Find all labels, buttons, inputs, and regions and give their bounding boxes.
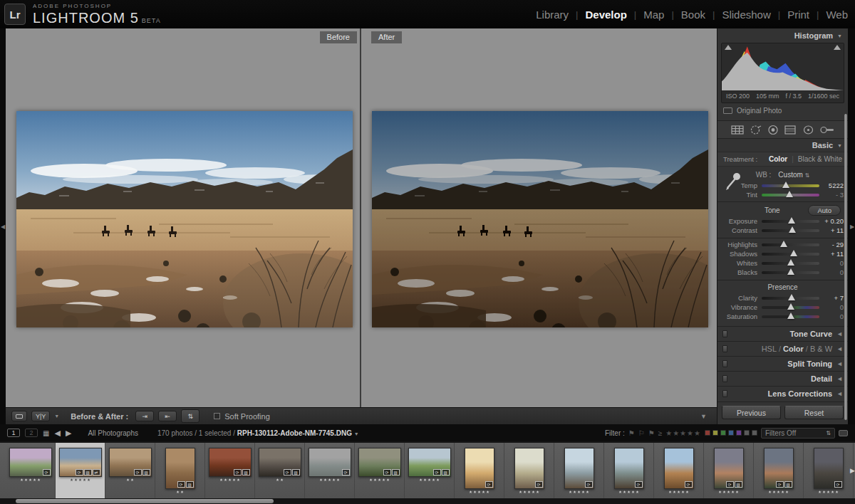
thumbnail-badge-icon[interactable]: ⟳ [726,481,734,488]
filmstrip-thumb-15[interactable]: ⟳▨ [704,443,754,498]
thumbnail-badge-icon[interactable]: ⟳ [383,469,391,476]
copy-after-to-before-button[interactable]: ⇤ [158,411,177,421]
thumbnail-badge-icon[interactable]: ▨ [84,469,92,476]
after-photo[interactable] [372,111,708,327]
thumbnail-badge-icon[interactable]: ⟳ [834,481,842,488]
view-mode-caret-icon[interactable]: ▼ [54,414,59,419]
histogram-plot[interactable] [722,43,844,90]
rating-operator[interactable]: ≥ [658,429,663,437]
panel-toggle-switch[interactable] [722,375,727,382]
panel-toggle-switch[interactable] [722,330,727,337]
slider-thumb[interactable] [789,226,796,233]
slider-thumb[interactable] [787,268,794,275]
red-eye-correction-icon[interactable] [767,125,779,135]
right-panel-collapse-strip[interactable]: ▶ [849,28,855,424]
color-label-swatch-0[interactable] [705,430,710,436]
module-tab-library[interactable]: Library [536,9,569,21]
original-photo-row[interactable]: Original Photo [717,103,848,117]
slider-track-vibrance[interactable] [762,306,819,309]
thumbnail-star-rating[interactable] [276,478,284,481]
module-tab-print[interactable]: Print [787,9,809,21]
adjustment-brush-icon[interactable] [819,125,835,135]
thumbnail-star-rating[interactable] [470,490,489,493]
thumbnail-star-rating[interactable] [420,478,440,481]
wb-preset-select[interactable]: Custom ⇅ [778,171,809,179]
thumbnail-star-rating[interactable] [220,478,240,481]
slider-track-highlights[interactable] [762,243,819,246]
panel-toggle-switch[interactable] [722,360,727,367]
swap-before-after-button[interactable]: ⇅ [181,409,200,423]
copy-before-to-after-button[interactable]: ⇥ [135,411,154,421]
right-panel-scrollbar[interactable] [844,114,847,420]
filmstrip-thumb-2[interactable]: ⟳▨⇄ [56,443,105,498]
thumbnail-badge-icon[interactable]: ⟳ [685,481,693,488]
auto-tone-button[interactable]: Auto [808,205,841,216]
slider-track-tint[interactable] [762,194,819,196]
slider-thumb[interactable] [787,259,794,266]
spot-removal-icon[interactable] [750,125,762,135]
module-tab-map[interactable]: Map [643,9,664,21]
thumbnail-badge-icon[interactable]: ▨ [186,481,194,488]
thumbnail-badge-icon[interactable]: ▨ [392,469,400,476]
thumbnail-star-rating[interactable] [769,490,789,493]
flag-unflagged-icon[interactable]: ⚐ [638,429,645,437]
treatment-color-option[interactable]: Color [769,155,787,163]
slider-track-clarity[interactable] [762,297,819,300]
filmstrip-thumb-13[interactable]: ⟳ [604,443,654,498]
thumbnail-star-rating[interactable] [21,478,41,481]
grid-view-icon[interactable]: ▦ [43,429,49,437]
crop-overlay-icon[interactable] [730,125,745,135]
previous-button[interactable]: Previous [722,406,781,419]
color-label-swatch-3[interactable] [728,430,734,436]
filmstrip-thumb-14[interactable]: ⟳ [654,443,704,498]
thumbnail-badge-icon[interactable]: ▨ [292,469,300,476]
filmstrip-scrollbar-handle[interactable] [16,499,274,503]
filmstrip-thumb-7[interactable]: ⟳ [305,443,355,498]
filters-preset-dropdown[interactable]: Filters Off ⇅ [761,428,835,439]
soft-proofing-checkbox[interactable] [214,413,220,419]
thumbnail-badge-icon[interactable]: ⇄ [93,469,100,476]
radial-filter-icon[interactable] [802,125,814,135]
panel-toggle-switch[interactable] [722,345,727,352]
before-photo[interactable] [16,111,353,327]
slider-track-shadows[interactable] [762,253,819,256]
thumbnail-star-rating[interactable] [719,490,739,493]
thumbnail-badge-icon[interactable]: ▨ [242,469,250,476]
thumbnail-badge-icon[interactable]: ⟳ [535,481,543,488]
thumbnail-badge-icon[interactable]: ⟳ [76,469,83,476]
panel-toggle-switch[interactable] [722,390,727,397]
module-tab-develop[interactable]: Develop [586,9,627,21]
before-after-view-button[interactable]: Y|Y [31,411,50,421]
slider-thumb[interactable] [782,182,789,188]
thumbnail-badge-icon[interactable]: ⟳ [585,481,593,488]
histogram-header[interactable]: Histogram ▼ [717,28,848,43]
slider-thumb[interactable] [787,303,794,310]
filmstrip-thumb-16[interactable]: ⟳▨ [754,443,804,498]
slider-thumb[interactable] [788,294,795,300]
slider-thumb[interactable] [780,241,787,247]
highlight-clipping-icon[interactable] [834,45,841,50]
left-panel-collapse-strip[interactable]: ◀ [0,28,6,424]
thumbnail-badge-icon[interactable]: ⟳ [177,481,185,488]
slider-thumb[interactable] [786,191,793,197]
basic-panel-header[interactable]: Basic ▼ [717,139,848,152]
white-balance-eyedropper-icon[interactable] [725,171,742,192]
color-label-swatch-4[interactable] [736,430,742,436]
color-label-swatch-5[interactable] [744,430,750,436]
thumbnail-star-rating[interactable] [519,490,539,493]
slider-track-contrast[interactable] [762,229,819,232]
panel-hsl-color-b-w[interactable]: HSL/Color/B & W◄ [717,341,848,356]
thumbnail-star-rating[interactable] [177,490,184,493]
filmstrip-source[interactable]: All Photographs [88,429,138,437]
next-photo-arrow-icon[interactable]: ▶ [66,429,71,438]
panel-lens-corrections[interactable]: Lens Corrections◄ [717,386,848,401]
module-tab-web[interactable]: Web [826,9,848,21]
thumbnail-star-rating[interactable] [669,490,689,493]
thumbnail-badge-icon[interactable]: ⟳ [134,469,142,476]
color-label-swatch-2[interactable] [720,430,726,436]
filmstrip-thumb-9[interactable]: ⟳▨ [405,443,455,498]
thumbnail-badge-icon[interactable]: ⟳ [635,481,643,488]
thumbnail-badge-icon[interactable]: ⟳ [433,469,441,476]
filmstrip-status[interactable]: 170 photos / 1 selected / RPH-130112-Ado… [157,429,359,437]
toolbar-options-caret-icon[interactable]: ▼ [700,413,707,420]
